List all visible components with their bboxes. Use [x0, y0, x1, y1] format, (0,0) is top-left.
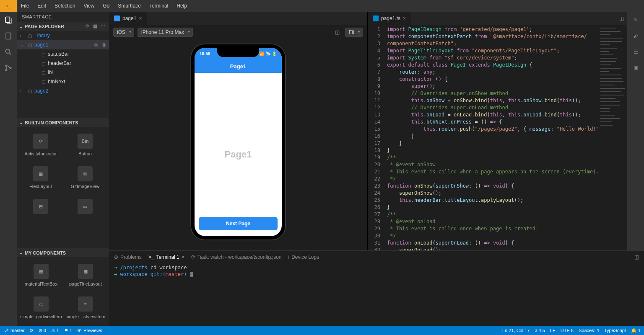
- menu-terminal[interactable]: Terminal: [145, 0, 172, 12]
- tree-label: Library: [34, 33, 109, 39]
- status-bell[interactable]: 🔔 1: [631, 328, 641, 333]
- status-previews[interactable]: 👁 Previews: [77, 328, 102, 333]
- status-encoding[interactable]: UTF-8: [561, 328, 574, 333]
- status-eol[interactable]: LF: [550, 328, 556, 333]
- component-item[interactable]: ⊞: [20, 196, 61, 220]
- files-icon[interactable]: [3, 31, 13, 41]
- component-icon: ▭: [34, 296, 49, 312]
- close-icon[interactable]: ×: [139, 15, 142, 21]
- split-icon[interactable]: ◫: [333, 29, 342, 35]
- component-GifImageView[interactable]: ⧉GifImageView: [65, 163, 106, 192]
- phone-next-button[interactable]: Next Page: [199, 217, 278, 230]
- phone-label[interactable]: Page1: [225, 149, 252, 160]
- panel-tab-icon: ⊘: [114, 254, 118, 260]
- chevron-icon: ⌄: [20, 43, 25, 47]
- status-errors[interactable]: ⊘ 0: [39, 328, 46, 333]
- status-branch[interactable]: ⎇ master: [3, 328, 25, 333]
- status-version[interactable]: 3.4.5: [535, 328, 545, 333]
- bottom-panel: ⊘Problems>_Terminal 1 ×⟳Task: watch - wo…: [109, 250, 644, 326]
- sidebar: SMARTFACE ⌄ PAGE EXPLORER ⟳ ▦ ⋯ ›▢Librar…: [17, 12, 109, 326]
- component-icon: ⟳: [33, 134, 48, 149]
- status-spaces[interactable]: Spaces: 4: [579, 328, 599, 333]
- panel-tab-task-watch-workspace-tsconfig-json[interactable]: ⟳Task: watch - workspace/tsconfig.json: [191, 254, 282, 260]
- panel-tab-device-logs[interactable]: iDevice Logs: [288, 254, 319, 260]
- tree-label: page2: [34, 88, 109, 94]
- panel-tab-terminal-1[interactable]: >_Terminal 1 ×: [148, 254, 184, 260]
- component-label: materialTextBox: [25, 281, 57, 286]
- search-icon[interactable]: [3, 47, 13, 57]
- panel-layout-icon[interactable]: ◫: [634, 254, 639, 260]
- tab-page1[interactable]: page1 ×: [109, 12, 147, 25]
- section-mycomps[interactable]: ⌄ MY COMPONENTS: [17, 248, 109, 257]
- tree-item-page2[interactable]: ›▢page2: [17, 86, 109, 95]
- terminal[interactable]: → /projects cd workspace → workspace git…: [109, 263, 644, 326]
- tab-page1-ts[interactable]: page1.ts ×: [368, 12, 411, 25]
- term-git: git:(: [151, 271, 166, 277]
- box-icon[interactable]: ▣: [631, 63, 641, 73]
- term-prompt-arrow: →: [114, 265, 117, 271]
- status-language[interactable]: TypeScript: [604, 328, 626, 333]
- component-label: simple_listviewItem: [65, 314, 105, 319]
- menu-smartface[interactable]: Smartface: [114, 0, 145, 12]
- term-git: ): [184, 271, 187, 277]
- component-FlexLayout[interactable]: ▦FlexLayout: [20, 163, 61, 192]
- button-icon: ▢: [40, 79, 46, 85]
- device-dropdown[interactable]: iPhone 11 Pro Max: [138, 28, 193, 37]
- os-dropdown[interactable]: iOS: [113, 28, 134, 37]
- close-icon[interactable]: ×: [182, 254, 184, 260]
- tree-item-Library[interactable]: ›▢Library: [17, 31, 109, 40]
- component-Button[interactable]: BtnButton: [65, 130, 106, 160]
- tree-item-lbl[interactable]: ▢lbl: [17, 68, 109, 77]
- scm-icon[interactable]: [3, 63, 13, 73]
- tree-item-page1[interactable]: ⌄▢page1⧉🗑: [17, 40, 109, 49]
- tree-item-btnNext[interactable]: ▢btnNext: [17, 77, 109, 86]
- refresh-icon[interactable]: ⟳: [86, 23, 91, 29]
- edit-icon[interactable]: ✎: [631, 15, 641, 25]
- page-icon: ▢: [27, 88, 33, 94]
- section-page-explorer[interactable]: ⌄ PAGE EXPLORER ⟳ ▦ ⋯: [17, 22, 109, 31]
- split-editor-icon[interactable]: ◫: [619, 15, 624, 21]
- tree-item-headerBar[interactable]: ▢headerBar: [17, 59, 109, 68]
- minimap[interactable]: [598, 25, 627, 250]
- explorer-icon[interactable]: [3, 15, 13, 25]
- menu-selection[interactable]: Selection: [50, 0, 79, 12]
- status-conflicts[interactable]: ⚑ 1: [64, 328, 72, 333]
- tree-label: page1: [34, 42, 93, 48]
- component-simple_listviewItem[interactable]: ≡simple_listviewItem: [65, 293, 106, 322]
- menu-view[interactable]: View: [79, 0, 99, 12]
- chevron-down-icon: ⌄: [19, 250, 23, 255]
- copy-icon[interactable]: ⧉: [94, 42, 100, 48]
- menu-file[interactable]: File: [17, 0, 33, 12]
- component-item[interactable]: ▭: [65, 196, 106, 220]
- list-icon[interactable]: ☰: [631, 47, 641, 57]
- activity-bar: [0, 12, 17, 326]
- zoom-dropdown[interactable]: Fit: [345, 28, 363, 37]
- sidebar-title: SMARTFACE: [17, 12, 109, 22]
- term-prompt-arrow: →: [114, 271, 117, 277]
- brush-icon[interactable]: 🖌: [631, 31, 641, 41]
- phone-time: 10:58: [200, 52, 210, 56]
- app-logo: ›_: [0, 0, 17, 12]
- code-editor[interactable]: import Page1Design from 'generated/pages…: [384, 25, 598, 250]
- component-simple_gridviewItem[interactable]: ▭simple_gridviewItem: [20, 293, 62, 322]
- tree-item-statusBar[interactable]: ▢statusBar: [17, 49, 109, 59]
- new-page-icon[interactable]: ▦: [93, 23, 99, 29]
- tab-label: page1.ts: [381, 15, 400, 21]
- status-sync[interactable]: ⟳: [30, 328, 34, 333]
- delete-icon[interactable]: 🗑: [102, 42, 109, 47]
- close-icon[interactable]: ×: [403, 15, 406, 21]
- menu-go[interactable]: Go: [99, 0, 114, 12]
- component-label: Button: [78, 151, 92, 156]
- component-pageTitleLayout[interactable]: ▦pageTitleLayout: [65, 260, 106, 290]
- designer-tabbar: page1 ×: [109, 12, 367, 25]
- component-materialTextBox[interactable]: ▦materialTextBox: [20, 260, 62, 290]
- menu-edit[interactable]: Edit: [33, 0, 50, 12]
- menu-help[interactable]: Help: [172, 0, 191, 12]
- more-icon[interactable]: ⋯: [101, 23, 106, 29]
- status-warnings[interactable]: ⚠ 1: [51, 328, 59, 333]
- status-lncol[interactable]: Ln 21, Col 17: [502, 328, 530, 333]
- section-builtin[interactable]: ⌄ BUILT-IN COMPONENTS: [17, 118, 109, 127]
- component-icon: Btn: [78, 134, 93, 149]
- component-ActivityIndicator[interactable]: ⟳ActivityIndicator: [20, 130, 61, 160]
- panel-tab-problems[interactable]: ⊘Problems: [114, 254, 142, 260]
